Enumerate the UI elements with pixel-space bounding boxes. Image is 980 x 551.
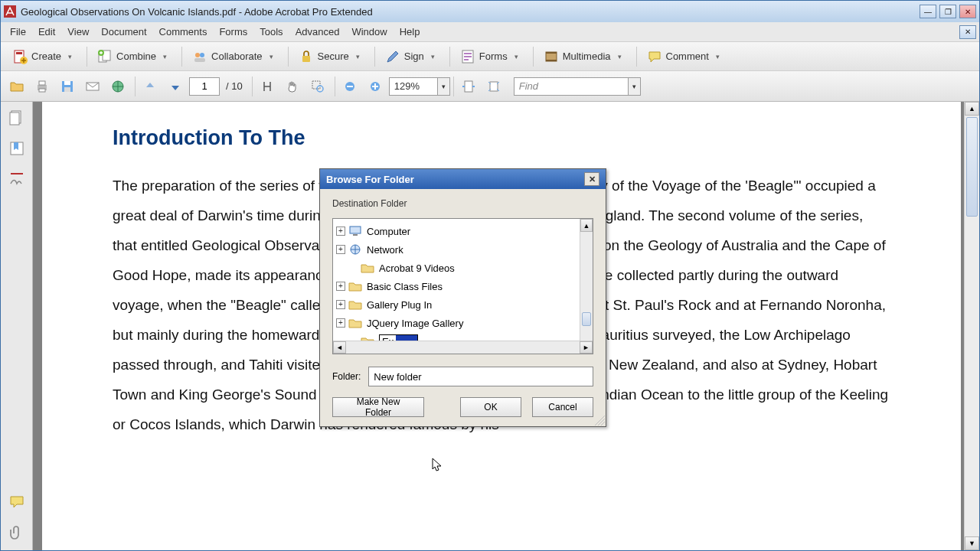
scroll-right-icon[interactable]: ► xyxy=(580,341,593,354)
scroll-left-icon[interactable]: ◄ xyxy=(333,341,346,354)
web-button[interactable] xyxy=(106,76,129,97)
tree-vertical-scrollbar[interactable]: ▲ xyxy=(580,219,593,341)
tree-item-label: Gallery Plug In xyxy=(367,299,432,311)
collaborate-button[interactable]: Collaborate xyxy=(185,46,280,67)
fit-page-button[interactable] xyxy=(482,76,505,97)
tree-item-network[interactable]: + Network xyxy=(335,240,591,259)
vertical-scrollbar[interactable]: ▲ ▼ xyxy=(964,102,979,550)
open-button[interactable] xyxy=(5,76,28,97)
comment-icon xyxy=(647,49,662,64)
minus-icon xyxy=(344,80,356,93)
resize-grip-icon[interactable] xyxy=(594,415,605,425)
zoom-marquee-icon xyxy=(311,80,325,93)
combine-button[interactable]: Combine xyxy=(90,46,174,67)
multimedia-button[interactable]: Multimedia xyxy=(537,46,629,67)
forms-button[interactable]: Forms xyxy=(453,46,525,67)
zoom-value[interactable]: 129% xyxy=(389,77,438,96)
svg-rect-17 xyxy=(546,60,557,61)
cancel-button[interactable]: Cancel xyxy=(532,397,593,417)
dialog-titlebar[interactable]: Browse For Folder ✕ xyxy=(320,169,606,189)
pages-panel-icon[interactable] xyxy=(8,109,25,126)
secure-button[interactable]: Secure xyxy=(292,46,367,67)
expander-icon[interactable]: + xyxy=(336,227,345,236)
text-select-icon xyxy=(260,80,274,93)
svg-rect-29 xyxy=(347,86,353,87)
zoom-in-button[interactable] xyxy=(364,76,387,97)
svg-rect-33 xyxy=(465,81,472,92)
svg-rect-23 xyxy=(64,87,70,92)
hand-tool[interactable] xyxy=(281,76,304,97)
tree-item-folder[interactable]: Acrobat 9 Videos xyxy=(335,259,591,277)
menu-document[interactable]: Document xyxy=(95,24,152,40)
bookmarks-panel-icon[interactable] xyxy=(8,140,25,157)
scroll-thumb[interactable] xyxy=(966,117,978,217)
tree-item-folder[interactable]: + Basic Class Files xyxy=(335,277,591,295)
tree-item-computer[interactable]: + Computer xyxy=(335,222,591,240)
menu-forms[interactable]: Forms xyxy=(213,24,253,40)
dialog-close-button[interactable]: ✕ xyxy=(584,172,599,186)
page-number-input[interactable] xyxy=(189,77,220,96)
film-icon xyxy=(544,49,559,64)
maximize-button[interactable]: ❐ xyxy=(939,5,956,18)
expander-icon[interactable]: + xyxy=(336,282,345,291)
sign-button[interactable]: Sign xyxy=(378,46,442,67)
svg-rect-12 xyxy=(464,53,472,54)
zoom-dropdown[interactable]: ▾ xyxy=(438,77,450,96)
comment-button[interactable]: Comment xyxy=(640,46,727,67)
expander-icon[interactable]: + xyxy=(336,245,345,254)
plus-icon xyxy=(369,80,381,93)
tree-horizontal-scrollbar[interactable]: ◄ ► xyxy=(333,341,593,354)
comments-panel-icon[interactable] xyxy=(8,494,25,510)
prev-page-button[interactable] xyxy=(139,76,162,97)
scroll-thumb[interactable] xyxy=(582,312,591,326)
minimize-button[interactable]: — xyxy=(920,5,936,18)
tree-item-folder[interactable]: + JQuery Image Gallery xyxy=(335,314,591,332)
print-button[interactable] xyxy=(31,76,54,97)
svg-rect-19 xyxy=(39,81,45,85)
menu-edit[interactable]: Edit xyxy=(32,24,61,40)
make-new-folder-button[interactable]: Make New Folder xyxy=(332,397,424,417)
svg-rect-20 xyxy=(39,89,45,92)
scroll-up-icon[interactable]: ▲ xyxy=(580,219,593,232)
doc-close-button[interactable]: ✕ xyxy=(959,25,976,39)
svg-rect-26 xyxy=(312,81,320,89)
ok-button[interactable]: OK xyxy=(460,397,521,417)
combine-icon xyxy=(97,49,113,64)
zoom-out-button[interactable] xyxy=(338,76,361,97)
next-page-button[interactable] xyxy=(164,76,187,97)
find-input[interactable]: Find xyxy=(514,77,629,96)
arrow-down-icon xyxy=(169,80,181,93)
svg-rect-32 xyxy=(374,83,376,90)
tree-item-folder[interactable]: + Gallery Plug In xyxy=(335,295,591,314)
create-button[interactable]: Create xyxy=(5,46,79,67)
create-icon xyxy=(12,49,28,64)
folder-name-input[interactable] xyxy=(368,367,593,386)
expander-icon[interactable]: + xyxy=(336,300,345,309)
menu-file[interactable]: File xyxy=(4,24,32,40)
menu-window[interactable]: Window xyxy=(345,24,393,40)
menu-tools[interactable]: Tools xyxy=(253,24,289,40)
menu-help[interactable]: Help xyxy=(394,24,426,40)
secure-label: Secure xyxy=(318,51,349,62)
expander-icon[interactable]: + xyxy=(336,318,345,328)
signatures-panel-icon[interactable] xyxy=(8,171,25,187)
marquee-zoom-tool[interactable] xyxy=(306,76,329,97)
menu-comments[interactable]: Comments xyxy=(153,24,214,40)
save-button[interactable] xyxy=(56,76,79,97)
fit-width-icon xyxy=(461,80,476,93)
folder-icon xyxy=(348,280,362,292)
sign-label: Sign xyxy=(404,51,424,62)
attachments-panel-icon[interactable] xyxy=(8,524,25,541)
scroll-up-icon[interactable]: ▲ xyxy=(965,102,979,116)
close-button[interactable]: ✕ xyxy=(959,5,976,18)
email-button[interactable] xyxy=(81,76,104,97)
collaborate-icon xyxy=(192,49,207,64)
select-tool[interactable] xyxy=(256,76,279,97)
fit-width-button[interactable] xyxy=(457,76,480,97)
scroll-down-icon[interactable]: ▼ xyxy=(965,536,979,550)
menu-view[interactable]: View xyxy=(61,24,95,40)
find-dropdown[interactable]: ▾ xyxy=(629,77,641,96)
multimedia-label: Multimedia xyxy=(563,51,611,62)
folder-tree[interactable]: + Computer + Network Acrobat 9 Videos + xyxy=(332,218,593,354)
menu-advanced[interactable]: Advanced xyxy=(289,24,346,40)
